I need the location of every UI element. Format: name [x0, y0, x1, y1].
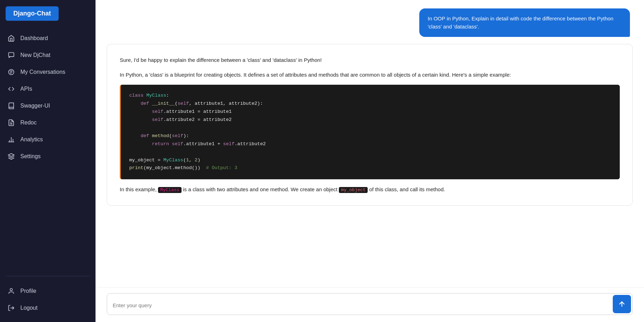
chart-icon: [7, 136, 15, 143]
code-icon: [7, 85, 15, 92]
logo-button[interactable]: Django-Chat: [6, 6, 59, 21]
sidebar-item-label: My Conversations: [20, 69, 65, 75]
sidebar-item-dashboard[interactable]: Dashboard: [0, 30, 96, 47]
home-icon: [7, 35, 15, 42]
layers-icon: [7, 153, 15, 160]
sidebar-item-analytics[interactable]: Analytics: [0, 131, 96, 148]
sidebar-item-label: Logout: [20, 305, 38, 311]
ai-response-card: Sure, I'd be happy to explain the differ…: [107, 44, 633, 206]
sidebar-item-label: APIs: [20, 86, 32, 92]
input-wrapper: [107, 293, 633, 315]
send-icon: [618, 300, 626, 308]
doc-icon: [7, 119, 15, 126]
ai-para2: In this example, MyClass is a class with…: [120, 185, 620, 194]
sidebar-divider: [6, 276, 90, 276]
bubble-icon: [7, 69, 15, 76]
sidebar-item-settings[interactable]: Settings: [0, 148, 96, 165]
sidebar-item-my-conversations[interactable]: My Conversations: [0, 64, 96, 80]
ai-intro-text: Sure, I'd be happy to explain the differ…: [120, 56, 620, 65]
sidebar-item-label: Dashboard: [20, 35, 48, 41]
sidebar-item-apis[interactable]: APIs: [0, 80, 96, 97]
sidebar: Django-Chat Dashboard New DjChat My Conv…: [0, 0, 96, 322]
sidebar-item-label: Settings: [20, 153, 41, 160]
svg-point-10: [10, 289, 13, 291]
ai-para1-text: In Python, a 'class' is a blueprint for …: [120, 70, 620, 79]
user-icon: [7, 288, 15, 295]
sidebar-item-label: Swagger-UI: [20, 103, 50, 109]
ai-para2-middle: is a class with two attributes and one m…: [182, 186, 339, 192]
ai-para2-suffix: of this class, and call its method.: [368, 186, 445, 192]
sidebar-item-label: Profile: [20, 288, 36, 294]
sidebar-item-swagger-ui[interactable]: Swagger-UI: [0, 97, 96, 114]
myobject-inline-code: my_object: [339, 187, 368, 193]
input-area: [96, 287, 644, 322]
sidebar-item-redoc[interactable]: Redoc: [0, 114, 96, 131]
sidebar-item-label: Analytics: [20, 136, 43, 143]
main-content: In OOP in Python, Explain in detail with…: [96, 0, 644, 322]
chat-input[interactable]: [107, 296, 611, 315]
svg-marker-9: [8, 154, 14, 156]
chat-area: In OOP in Python, Explain in detail with…: [96, 0, 644, 287]
sidebar-item-label: New DjChat: [20, 52, 50, 58]
book-icon: [7, 102, 15, 109]
svg-rect-0: [9, 53, 14, 57]
sidebar-nav: Dashboard New DjChat My Conversations AP…: [0, 27, 96, 272]
sidebar-item-logout[interactable]: Logout: [0, 300, 96, 316]
sidebar-item-label: Redoc: [20, 120, 37, 126]
logout-icon: [7, 304, 15, 311]
sidebar-logo-area: Django-Chat: [0, 0, 96, 27]
sidebar-item-profile[interactable]: Profile: [0, 283, 96, 300]
sidebar-bottom: Profile Logout: [0, 280, 96, 322]
sidebar-item-new-djchat[interactable]: New DjChat: [0, 47, 96, 64]
code-block: class MyClass: def __init__(self, attrib…: [120, 85, 620, 179]
myclass-inline-code: MyClass: [158, 187, 182, 193]
send-button[interactable]: [613, 295, 631, 313]
ai-para2-prefix: In this example,: [120, 186, 158, 192]
chat-icon: [7, 52, 15, 59]
user-message-wrapper: In OOP in Python, Explain in detail with…: [107, 8, 633, 37]
user-bubble: In OOP in Python, Explain in detail with…: [419, 8, 630, 37]
